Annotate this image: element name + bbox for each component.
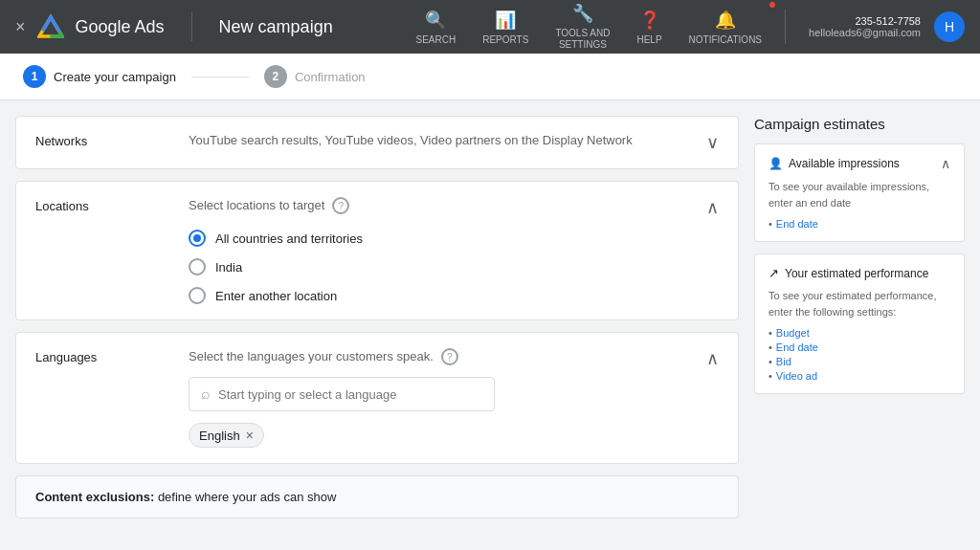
perf-item-bid: • Bid [768,356,950,367]
location-option-india[interactable]: India [189,258,695,275]
user-email: helloleads6@gmail.com [809,27,921,38]
performance-title: ↗ Your estimated performance [768,266,928,280]
performance-items: • Budget • End date • Bid • Video ad [768,327,950,382]
header-left: × Google Ads New campaign [15,12,405,41]
networks-section: Networks YouTube search results, YouTube… [15,116,739,169]
languages-help-icon[interactable]: ? [441,348,458,365]
radio-all-countries-fill [193,234,201,242]
nav-reports-label: REPORTS [482,34,528,45]
perf-enddate-label[interactable]: End date [776,341,818,353]
step-connector [191,77,249,77]
radio-all-countries-label: All countries and territories [215,231,363,246]
nav-help-label: HELP [636,34,661,45]
radio-all-countries[interactable] [189,230,206,247]
step-2: 2 Confirmation [264,65,366,88]
languages-content: Select the languages your customers spea… [189,348,695,448]
nav-tools[interactable]: 🔧 TOOLS ANDSETTINGS [544,0,621,56]
header: × Google Ads New campaign 🔍 SEARCH 📊 REP… [0,0,980,54]
breadcrumb: 1 Create your campaign 2 Confirmation [0,54,980,100]
radio-another-label: Enter another location [215,289,337,303]
location-option-another[interactable]: Enter another location [189,287,695,304]
estimates-title: Campaign estimates [754,116,965,132]
networks-toggle-icon[interactable]: ∨ [706,132,719,153]
performance-header: ↗ Your estimated performance [768,266,950,280]
bullet-enddate: • [768,341,772,353]
lang-search-icon: ⌕ [201,385,211,403]
nav-search[interactable]: 🔍 SEARCH [405,4,468,51]
performance-desc: To see your estimated performance, enter… [768,288,950,319]
header-user: 235-512-7758 helloleads6@gmail.com [809,15,921,38]
impressions-end-date-label[interactable]: End date [776,218,818,230]
notifications-nav-icon: 🔔 [715,10,736,31]
networks-value: YouTube search results, YouTube videos, … [189,133,633,147]
impressions-card: 👤 Available impressions ∧ To see your av… [754,143,965,242]
location-option-all[interactable]: All countries and territories [189,230,695,247]
perf-item-videoad: • Video ad [768,370,950,382]
perf-bid-label[interactable]: Bid [776,356,791,367]
nav-help[interactable]: ❓ HELP [625,4,673,51]
locations-section: Locations Select locations to target ? A… [15,181,739,320]
impressions-icon: 👤 [768,157,783,170]
nav-notifications-label: NOTIFICATIONS [689,34,762,45]
locations-label: Locations [35,197,189,213]
languages-toggle-icon[interactable]: ∧ [706,348,719,369]
nav-notifications[interactable]: 🔔 NOTIFICATIONS [678,4,773,51]
nav-search-label: SEARCH [416,34,457,45]
english-tag: English × [189,423,264,448]
search-nav-icon: 🔍 [425,10,446,31]
performance-icon: ↗ [768,266,779,280]
radio-india[interactable] [189,258,206,275]
languages-label: Languages [35,348,189,364]
tools-nav-icon: 🔧 [572,3,593,24]
impressions-desc: To see your available impressions, enter… [768,179,950,210]
campaign-title: New campaign [219,17,333,37]
locations-help-icon[interactable]: ? [332,197,349,214]
impressions-collapse-icon[interactable]: ∧ [941,156,950,171]
networks-label: Networks [35,132,189,148]
perf-budget-label[interactable]: Budget [776,327,810,339]
languages-row: Languages Select the languages your cust… [16,333,738,463]
performance-title-text: Your estimated performance [785,267,928,280]
languages-subtitle: Select the languages your customers spea… [189,348,434,365]
perf-videoad-label[interactable]: Video ad [776,370,817,382]
locations-subtitle: Select locations to target [189,197,324,214]
content-exclusions-section: Content exclusions: define where your ad… [15,475,739,518]
bullet-icon: • [768,218,772,230]
left-panel: Networks YouTube search results, YouTube… [15,116,739,518]
networks-content: YouTube search results, YouTube videos, … [189,132,695,149]
locations-toggle-icon[interactable]: ∧ [706,197,719,218]
locations-row: Locations Select locations to target ? A… [16,182,738,319]
impressions-title: 👤 Available impressions [768,157,900,170]
radio-india-label: India [215,260,242,275]
bullet-bid: • [768,356,772,367]
language-search-input[interactable] [218,387,482,402]
impressions-header: 👤 Available impressions ∧ [768,156,950,171]
step-1-label: Create your campaign [54,70,176,84]
perf-item-enddate: • End date [768,341,950,353]
radio-another[interactable] [189,287,206,304]
avatar[interactable]: H [934,11,965,42]
logo-text: Google Ads [76,17,165,37]
header-nav: 🔍 SEARCH 📊 REPORTS 🔧 TOOLS ANDSETTINGS ❓… [405,0,965,56]
nav-reports[interactable]: 📊 REPORTS [471,4,540,51]
step-1-number: 1 [23,65,46,88]
english-tag-close[interactable]: × [246,428,254,443]
english-tag-label: English [199,429,240,443]
nav-tools-label: TOOLS ANDSETTINGS [555,28,610,51]
notification-badge [768,0,777,10]
header-divider [191,12,192,41]
content-exclusions-desc: define where your ads can show [158,490,336,504]
bullet-videoad: • [768,370,772,382]
step-1: 1 Create your campaign [23,65,176,88]
impressions-end-date: • End date [768,218,950,230]
step-2-label: Confirmation [295,70,366,84]
performance-card: ↗ Your estimated performance To see your… [754,253,965,394]
google-ads-logo [37,13,64,40]
reports-nav-icon: 📊 [495,10,516,31]
language-search-container[interactable]: ⌕ [189,377,495,411]
help-nav-icon: ❓ [639,10,660,31]
bullet-budget: • [768,327,772,339]
close-icon[interactable]: × [15,17,26,37]
networks-row: Networks YouTube search results, YouTube… [16,117,738,168]
locations-content: Select locations to target ? All countri… [189,197,695,304]
